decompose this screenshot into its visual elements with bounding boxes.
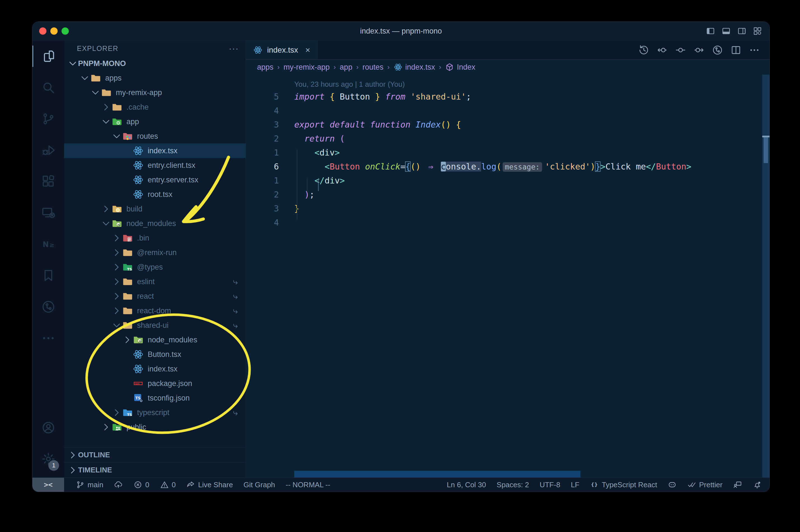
chevron-right-icon[interactable] <box>111 305 122 316</box>
breadcrumb-item-routes[interactable]: routes <box>363 63 383 72</box>
tree-root-pnpm-mono[interactable]: PNPM-MONO <box>64 56 246 71</box>
activity-item-account[interactable] <box>33 412 64 443</box>
split-editor-icon[interactable] <box>730 44 742 56</box>
chevron-right-icon[interactable] <box>111 407 122 418</box>
activity-item-search[interactable] <box>33 72 64 103</box>
breadcrumb-item-app[interactable]: app <box>340 63 353 72</box>
tree-item-index-tsx[interactable]: index.tsx <box>64 362 246 376</box>
chevron-right-icon[interactable] <box>68 465 78 475</box>
remote-window-indicator[interactable]: >< <box>33 478 64 492</box>
activity-item-settings[interactable]: 1 <box>33 443 64 475</box>
breadcrumb-item-index[interactable]: Index <box>445 63 475 72</box>
customize-layout-icon[interactable] <box>753 26 762 36</box>
status-lf[interactable]: LF <box>571 480 579 489</box>
activity-item-explorer[interactable] <box>33 41 64 72</box>
chevron-right-icon[interactable] <box>111 291 122 302</box>
horizontal-scrollbar-thumb[interactable] <box>294 471 580 477</box>
section-outline[interactable]: OUTLINE <box>64 447 246 462</box>
tree-item-tsconfig-json[interactable]: TStsconfig.json <box>64 391 246 405</box>
chevron-down-icon[interactable] <box>101 218 111 229</box>
tree-item-app[interactable]: app <box>64 114 246 129</box>
activity-item-nx-console[interactable]: N≥ <box>33 229 64 260</box>
tab-index-tsx[interactable]: index.tsx × <box>246 41 318 59</box>
tree-item-apps[interactable]: apps <box>64 71 246 85</box>
chevron-right-icon[interactable] <box>101 204 111 214</box>
chevron-down-icon[interactable] <box>68 58 78 69</box>
status-live-share[interactable]: Live Share <box>186 480 233 489</box>
activity-item-extensions[interactable] <box>33 166 64 197</box>
tree-item-routes[interactable]: routes <box>64 129 246 144</box>
code-line-7[interactable]: 1 </div> <box>246 174 769 188</box>
code-line-1[interactable]: 5import { Button } from 'shared-ui'; <box>246 90 769 104</box>
tree-item-entry-client-tsx[interactable]: entry.client.tsx <box>64 158 246 173</box>
panel-left-icon[interactable] <box>706 26 715 36</box>
tree-item-package-json[interactable]: npmpackage.json <box>64 376 246 391</box>
breadcrumb-item-index.tsx[interactable]: index.tsx <box>394 63 435 72</box>
status-braces[interactable]: {}TypeScript React <box>590 480 657 489</box>
vertical-scrollbar[interactable] <box>762 75 769 477</box>
breadcrumb-item-my-remix-app[interactable]: my-remix-app <box>284 63 330 72</box>
chevron-right-icon[interactable] <box>68 450 78 460</box>
tree-item-button-tsx[interactable]: Button.tsx <box>64 347 246 362</box>
tree-item-entry-server-tsx[interactable]: entry.server.tsx <box>64 173 246 187</box>
tree-item--cache[interactable]: .cache <box>64 100 246 114</box>
code-line-2[interactable]: 4 <box>246 104 769 118</box>
chevron-down-icon[interactable] <box>111 320 122 330</box>
section-timeline[interactable]: TIMELINE <box>64 462 246 477</box>
code-line-8[interactable]: 2 ); <box>246 188 769 202</box>
tree-item--bin[interactable]: 0110.bin <box>64 231 246 245</box>
tree-item-root-tsx[interactable]: root.tsx <box>64 187 246 202</box>
code-line-10[interactable]: 4 <box>246 216 769 230</box>
activity-item-bookmarks[interactable] <box>33 260 64 291</box>
tree-item-my-remix-app[interactable]: my-remix-app <box>64 85 246 100</box>
activity-item-source-control[interactable] <box>33 103 64 135</box>
next-change-icon[interactable] <box>693 44 705 56</box>
chevron-right-icon[interactable] <box>111 247 122 258</box>
close-tab-icon[interactable]: × <box>305 45 310 55</box>
chevron-down-icon[interactable] <box>90 87 101 98</box>
status-double-check[interactable]: Prettier <box>687 480 723 489</box>
status-copilot[interactable] <box>668 480 677 489</box>
tree-item--remix-run[interactable]: @remix-run <box>64 245 246 260</box>
status-normal[interactable]: -- NORMAL -- <box>286 480 330 489</box>
chevron-down-icon[interactable] <box>101 116 111 127</box>
chevron-right-icon[interactable] <box>101 422 111 433</box>
tree-item-typescript[interactable]: TStypescript⤷ <box>64 405 246 420</box>
activity-item-more[interactable] <box>33 323 64 354</box>
activity-item-remote-explorer[interactable] <box>33 197 64 229</box>
chevron-right-icon[interactable] <box>111 277 122 287</box>
code-line-4[interactable]: 2 return ( <box>246 132 769 146</box>
tree-item-build[interactable]: build <box>64 202 246 216</box>
more-actions-icon[interactable] <box>749 44 760 56</box>
chevron-right-icon[interactable] <box>122 335 133 345</box>
breadcrumb-item-apps[interactable]: apps <box>257 63 273 72</box>
activity-item-run-debug[interactable] <box>33 135 64 166</box>
status-git-branch[interactable]: main <box>76 480 103 489</box>
tree-item--types[interactable]: TS@types <box>64 260 246 274</box>
explorer-more-actions-icon[interactable]: ··· <box>229 44 239 53</box>
code-line-5[interactable]: 1 <div> <box>246 146 769 160</box>
tree-item-index-tsx[interactable]: index.tsx <box>64 144 246 158</box>
panel-right-icon[interactable] <box>737 26 747 36</box>
status-feedback[interactable] <box>733 480 742 489</box>
chevron-down-icon[interactable] <box>79 73 90 83</box>
panel-bottom-icon[interactable] <box>721 26 731 36</box>
tree-item-react-dom[interactable]: react-dom⤷ <box>64 303 246 318</box>
status-publish-sync[interactable] <box>114 480 123 489</box>
code-area[interactable]: You, 23 hours ago | 1 author (You) 5impo… <box>246 75 769 477</box>
status-errors[interactable]: 0 <box>133 480 149 489</box>
status-spaces-2[interactable]: Spaces: 2 <box>497 480 529 489</box>
tree-item-node-modules[interactable]: JSnode_modules <box>64 332 246 347</box>
chevron-down-icon[interactable] <box>111 131 122 141</box>
tree-item-node-modules[interactable]: JSnode_modules <box>64 216 246 231</box>
code-line-6[interactable]: 6 <Button onClick={() ⇒ console.log(mess… <box>246 160 769 174</box>
tree-item-eslint[interactable]: eslint⤷ <box>64 274 246 289</box>
tree-item-react[interactable]: react⤷ <box>64 289 246 303</box>
previous-change-icon[interactable] <box>656 44 668 56</box>
chevron-right-icon[interactable] <box>111 233 122 243</box>
chevron-right-icon[interactable] <box>101 102 111 112</box>
vertical-scrollbar-thumb[interactable] <box>764 137 768 163</box>
status-bell-dot[interactable] <box>753 480 762 489</box>
activity-item-gitlens[interactable] <box>33 291 64 323</box>
tree-item-public[interactable]: public <box>64 420 246 434</box>
